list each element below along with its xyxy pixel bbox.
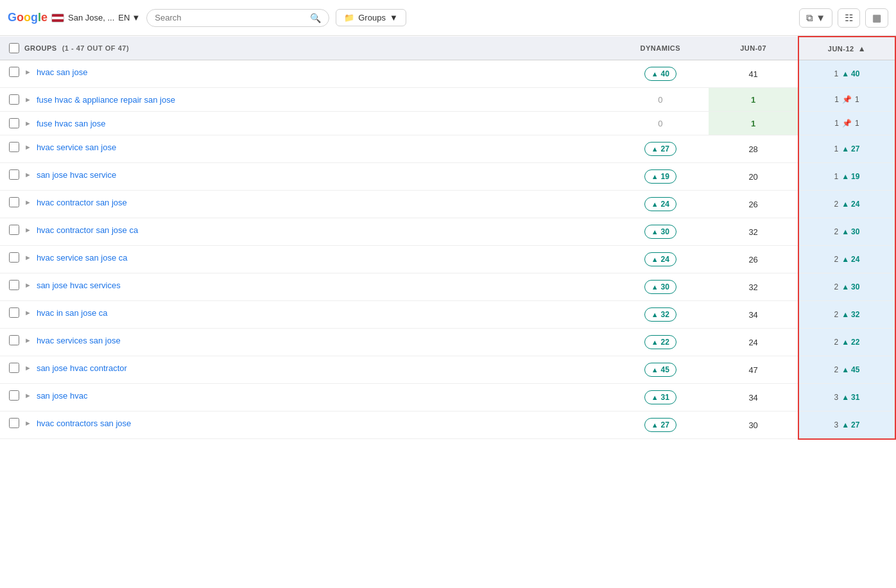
dynamics-badge: ▲19	[644, 169, 676, 184]
keywords-table: GROUPS (1 - 47 OUT OF 47) DYNAMICS JUN-0…	[0, 36, 896, 440]
jun12-badge: ▲22	[841, 338, 859, 347]
expand-arrow-icon[interactable]: ►	[24, 419, 31, 427]
expand-arrow-icon[interactable]: ►	[24, 336, 31, 344]
expand-arrow-icon[interactable]: ►	[24, 309, 31, 316]
col-groups-header: GROUPS (1 - 47 OUT OF 47)	[0, 37, 612, 60]
keyword-link[interactable]: hvac contractors san jose	[37, 419, 131, 428]
expand-arrow-icon[interactable]: ►	[24, 96, 31, 103]
keyword-link[interactable]: hvac service san jose ca	[37, 253, 128, 263]
dynamics-badge: ▲27	[644, 142, 676, 156]
jun12-value: 3▲31	[808, 393, 886, 402]
groups-button[interactable]: 📁 Groups ▼	[336, 9, 406, 26]
up-arrow-icon: ▲	[651, 338, 659, 346]
jun12-cell: 2▲30	[798, 218, 895, 246]
keyword-link[interactable]: san jose hvac service	[37, 170, 116, 180]
col-jun12-header[interactable]: JUN-12 ▲	[798, 37, 895, 60]
expand-arrow-icon[interactable]: ►	[24, 226, 31, 234]
groups-cell: ► fuse hvac & appliance repair san jose	[0, 88, 612, 111]
expand-arrow-icon[interactable]: ►	[24, 281, 31, 289]
up-arrow-icon: ▲	[841, 393, 849, 402]
row-checkbox[interactable]	[9, 252, 19, 263]
row-checkbox[interactable]	[9, 94, 19, 105]
chevron-down-icon: ▼	[390, 13, 398, 22]
keyword-link[interactable]: san jose hvac services	[37, 281, 121, 290]
dynamics-badge: ▲30	[644, 225, 676, 239]
table-row: ► hvac contractor san jose ▲2426 2▲24	[0, 191, 895, 218]
columns-button[interactable]: ▦	[865, 8, 888, 28]
keyword-link[interactable]: fuse hvac san jose	[37, 119, 106, 128]
jun12-cell: 1📌1	[798, 88, 895, 112]
table-row: ► san jose hvac ▲3134 3▲31	[0, 384, 895, 411]
expand-arrow-icon[interactable]: ►	[24, 254, 31, 261]
row-checkbox[interactable]	[9, 67, 19, 77]
expand-arrow-icon[interactable]: ►	[24, 198, 31, 206]
search-icon: 🔍	[310, 13, 321, 23]
google-logo: Google	[8, 11, 47, 24]
dynamics-cell: ▲32	[612, 301, 709, 329]
groups-cell: ► san jose hvac contractor	[0, 356, 612, 379]
row-checkbox[interactable]	[9, 418, 19, 428]
keyword-link[interactable]: hvac contractor san jose ca	[37, 225, 138, 235]
jun07-cell: 24	[709, 329, 798, 356]
table-row: ► hvac contractor san jose ca ▲3032 2▲30	[0, 218, 895, 246]
row-checkbox[interactable]	[9, 169, 19, 180]
expand-arrow-icon[interactable]: ►	[24, 119, 31, 127]
expand-arrow-icon[interactable]: ►	[24, 392, 31, 399]
flag-icon	[51, 13, 64, 22]
keyword-link[interactable]: hvac services san jose	[37, 336, 121, 345]
keyword-link[interactable]: hvac san jose	[37, 67, 88, 77]
row-checkbox[interactable]	[9, 390, 19, 401]
up-arrow-icon: ▲	[841, 172, 849, 181]
jun12-cell: 1📌1	[798, 112, 895, 135]
row-checkbox[interactable]	[9, 307, 19, 318]
keyword-link[interactable]: hvac in san jose ca	[37, 308, 108, 318]
keyword-link[interactable]: san jose hvac contractor	[37, 363, 127, 373]
expand-arrow-icon[interactable]: ►	[24, 171, 31, 178]
groups-cell: ► hvac contractor san jose	[0, 191, 612, 214]
header-right: ⧉ ▼ ☷ ▦	[799, 8, 888, 28]
table-body: ► hvac san jose ▲4041 1▲40 ► fuse hvac &…	[0, 60, 895, 439]
jun12-badge: ▲31	[841, 393, 859, 402]
row-checkbox[interactable]	[9, 280, 19, 290]
chevron-down-icon: ▼	[132, 13, 140, 22]
row-checkbox[interactable]	[9, 142, 19, 152]
groups-cell: ► hvac san jose	[0, 60, 612, 83]
header: Google San Jose, ... EN ▼ 🔍 📁 Groups ▼ ⧉…	[0, 0, 896, 36]
search-input[interactable]	[155, 13, 305, 22]
jun12-value: 2▲45	[808, 365, 886, 374]
row-checkbox[interactable]	[9, 225, 19, 235]
expand-arrow-icon[interactable]: ►	[24, 364, 31, 372]
row-checkbox[interactable]	[9, 197, 19, 207]
jun12-rank: 1	[834, 95, 839, 104]
jun12-rank: 2	[834, 227, 838, 236]
jun12-cell: 2▲22	[798, 329, 895, 356]
dynamics-badge: ▲30	[644, 280, 676, 294]
keyword-link[interactable]: hvac contractor san jose	[37, 198, 127, 207]
keyword-link[interactable]: san jose hvac	[37, 391, 88, 401]
pin-icon: 📌	[842, 95, 852, 104]
keyword-link[interactable]: fuse hvac & appliance repair san jose	[37, 95, 175, 105]
jun12-cell: 1▲27	[798, 135, 895, 163]
row-checkbox[interactable]	[9, 363, 19, 373]
row-checkbox[interactable]	[9, 118, 19, 128]
jun12-rank: 2	[834, 338, 838, 347]
jun12-cell: 2▲30	[798, 273, 895, 301]
language-selector[interactable]: EN ▼	[118, 13, 140, 22]
table-header: GROUPS (1 - 47 OUT OF 47) DYNAMICS JUN-0…	[0, 37, 895, 60]
expand-arrow-icon[interactable]: ►	[24, 143, 31, 151]
row-checkbox[interactable]	[9, 335, 19, 345]
groups-cell: ► hvac services san jose	[0, 329, 612, 352]
expand-arrow-icon[interactable]: ►	[24, 68, 31, 76]
up-arrow-icon: ▲	[841, 227, 849, 236]
dynamics-badge: ▲22	[644, 335, 676, 349]
dynamics-cell: ▲45	[612, 356, 709, 384]
select-all-checkbox[interactable]	[9, 43, 19, 53]
up-arrow-icon: ▲	[841, 310, 849, 319]
header-left: Google San Jose, ... EN ▼	[8, 11, 140, 24]
keyword-link[interactable]: hvac service san jose	[37, 143, 116, 152]
dynamics-badge: ▲24	[644, 197, 676, 211]
filter-button[interactable]: ☷	[838, 8, 860, 28]
copy-button[interactable]: ⧉ ▼	[799, 8, 832, 28]
groups-cell: ► hvac service san jose	[0, 135, 612, 159]
jun12-cell: 2▲32	[798, 301, 895, 329]
